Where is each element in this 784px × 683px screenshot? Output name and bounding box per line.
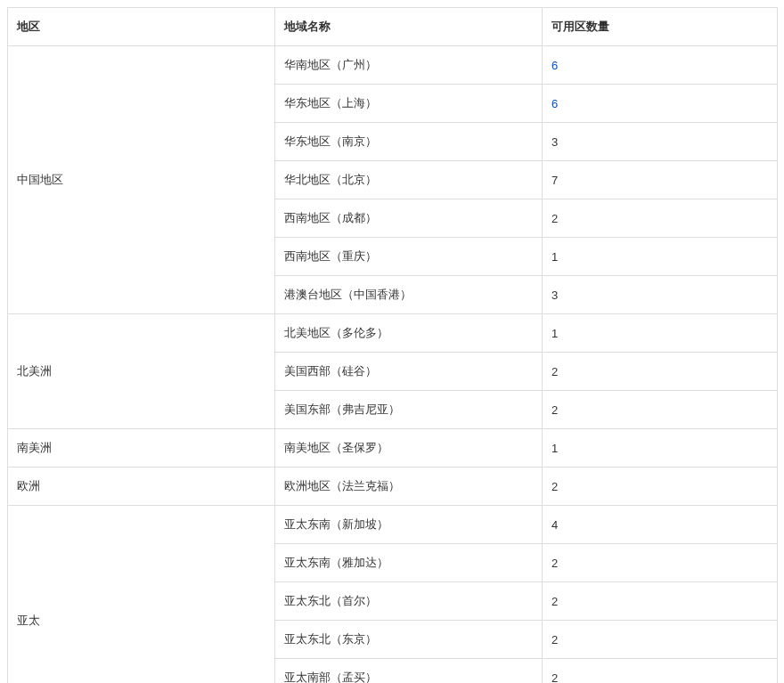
area-cell: 欧洲 [8,468,275,506]
azcount-cell: 2 [543,353,778,391]
region-cell: 亚太东北（东京） [275,621,543,659]
region-cell: 港澳台地区（中国香港） [275,276,543,314]
table-row: 北美洲北美地区（多伦多）1 [8,314,778,353]
region-cell: 西南地区（重庆） [275,238,543,276]
region-cell: 南美地区（圣保罗） [275,429,543,468]
azcount-cell: 2 [543,199,778,238]
azcount-cell[interactable]: 6 [543,85,778,123]
azcount-cell: 4 [543,506,778,544]
region-cell: 西南地区（成都） [275,199,543,238]
azcount-cell: 1 [543,429,778,468]
region-cell: 美国东部（弗吉尼亚） [275,391,543,429]
area-cell: 北美洲 [8,314,275,429]
azcount-cell: 7 [543,161,778,199]
region-cell: 欧洲地区（法兰克福） [275,468,543,506]
azcount-cell: 2 [543,391,778,429]
azcount-cell: 3 [543,276,778,314]
area-cell: 亚太 [8,506,275,684]
table-row: 南美洲南美地区（圣保罗）1 [8,429,778,468]
azcount-cell: 2 [543,582,778,621]
region-cell: 美国西部（硅谷） [275,353,543,391]
area-cell: 中国地区 [8,46,275,314]
table-row: 亚太亚太东南（新加坡）4 [8,506,778,544]
region-cell: 亚太东北（首尔） [275,582,543,621]
table-header-row: 地区 地域名称 可用区数量 [8,8,778,46]
azcount-cell: 2 [543,659,778,684]
region-cell: 亚太南部（孟买） [275,659,543,684]
azcount-cell[interactable]: 6 [543,46,778,85]
region-cell: 华东地区（南京） [275,123,543,161]
region-cell: 华南地区（广州） [275,46,543,85]
azcount-cell: 1 [543,314,778,353]
region-cell: 北美地区（多伦多） [275,314,543,353]
header-azcount: 可用区数量 [543,8,778,46]
region-cell: 华北地区（北京） [275,161,543,199]
table-row: 欧洲欧洲地区（法兰克福）2 [8,468,778,506]
region-availability-table: 地区 地域名称 可用区数量 中国地区华南地区（广州）6华东地区（上海）6华东地区… [7,7,778,683]
header-area: 地区 [8,8,275,46]
region-cell: 华东地区（上海） [275,85,543,123]
header-region: 地域名称 [275,8,543,46]
area-cell: 南美洲 [8,429,275,468]
azcount-cell: 2 [543,468,778,506]
azcount-cell: 1 [543,238,778,276]
azcount-cell: 3 [543,123,778,161]
azcount-cell: 2 [543,544,778,582]
region-cell: 亚太东南（雅加达） [275,544,543,582]
azcount-cell: 2 [543,621,778,659]
region-cell: 亚太东南（新加坡） [275,506,543,544]
table-row: 中国地区华南地区（广州）6 [8,46,778,85]
